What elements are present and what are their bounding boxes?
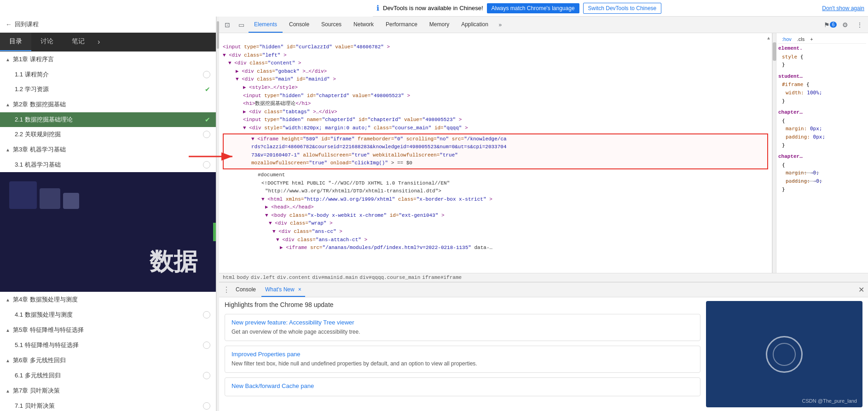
- dom-line: ▶ <style>…</style>: [221, 84, 770, 92]
- bc-iframe[interactable]: iframe#iframe: [422, 275, 462, 280]
- match-language-btn[interactable]: Always match Chrome's language: [487, 3, 579, 13]
- devtools-toolbar: ⊡ ▭ Elements Console Sources Network Per…: [219, 17, 868, 33]
- styles-cls-btn[interactable]: .cls: [795, 36, 807, 42]
- video-inner-circle: [773, 343, 796, 366]
- tab-sources[interactable]: Sources: [316, 17, 347, 33]
- drawer-video: CSDN @The_pure_land: [706, 301, 862, 407]
- iframe-line-4: mozallowfullscreen="true" onload="clickI…: [249, 159, 765, 168]
- chapter-4-header[interactable]: ▲ 第4章 数据预处理与测度: [0, 292, 216, 307]
- chapter-5-header[interactable]: ▲ 第5章 特征降维与特征选择: [0, 322, 216, 338]
- drawer-tab-console[interactable]: Console: [232, 283, 260, 297]
- issues-icon[interactable]: ⚑ 6: [824, 18, 837, 31]
- iframe-line-1[interactable]: ▼ <iframe height="589" id="iframe" frame…: [249, 135, 765, 144]
- lesson-7-1[interactable]: 7.1 贝叶斯决策: [0, 399, 216, 411]
- drawer-tab-whats-new[interactable]: What's New ×: [261, 283, 305, 297]
- dom-line: <input type="hidden" id="curClazzId" val…: [221, 43, 770, 52]
- style-rule-chapter2: chapter… { margin: →0; padding: →0; }: [778, 153, 866, 193]
- issues-badge: 6: [830, 22, 837, 28]
- notification-bar: ℹ DevTools is now available in Chinese! …: [373, 0, 868, 17]
- lesson-5-1[interactable]: 5.1 特征降维与特征选择: [0, 338, 216, 353]
- whats-new-close-btn[interactable]: ×: [298, 286, 301, 293]
- more-tabs-btn[interactable]: »: [495, 18, 506, 31]
- chapter-6-header[interactable]: ▲ 第6章 多元线性回归: [0, 353, 216, 368]
- drawer-content: Highlights from the Chrome 98 update New…: [219, 297, 868, 411]
- customize-icon[interactable]: ⋮: [853, 18, 866, 31]
- tab-notes[interactable]: 笔记: [63, 33, 94, 51]
- iframe-line-3: 73&v=20160407-1" allowfullscreen="true" …: [249, 151, 765, 160]
- iframe-highlight: ▼ <iframe height="589" id="iframe" frame…: [223, 133, 768, 169]
- chapter-list: ▲ 第1章 课程序言 1.1 课程简介 1.2 学习资源 ✔ ▲: [0, 52, 216, 411]
- info-icon: ℹ: [376, 4, 379, 12]
- dom-line: ▼ <div style="width:820px; margin:0 auto…: [221, 124, 770, 133]
- lesson-6-1[interactable]: 6.1 多元线性回归: [0, 368, 216, 383]
- tab-next-arrow[interactable]: ›: [94, 33, 104, 51]
- drawer-close-btn[interactable]: ✕: [858, 285, 864, 294]
- bc-div-left[interactable]: div.left: [251, 275, 275, 280]
- chapter-4-title: 第4章 数据预处理与测度: [13, 295, 78, 304]
- inspector-icon[interactable]: ⊡: [221, 18, 234, 31]
- tab-console[interactable]: Console: [284, 17, 315, 33]
- dom-line: "http://www.w3.org/TR/xhtml1/DTD/xhtml1-…: [221, 187, 770, 196]
- tab-memory[interactable]: Memory: [424, 17, 455, 33]
- preview-overlay[interactable]: [213, 223, 216, 241]
- lesson-2-2-status: [203, 131, 210, 138]
- bc-body[interactable]: body: [237, 275, 249, 280]
- lesson-2-1[interactable]: 2.1 数据挖掘基础理论 ✔: [0, 112, 216, 127]
- dom-scrollbar[interactable]: [772, 33, 776, 273]
- chapter-3-arrow: ▲: [6, 147, 10, 152]
- tab-application[interactable]: Application: [456, 17, 494, 33]
- dom-line: ▶ <div class="tabtags" >…</div>: [221, 108, 770, 116]
- bc-div-content[interactable]: div.content: [277, 275, 311, 280]
- dom-line: ▼ <div class="ans-attach-ct" >: [221, 236, 770, 244]
- chapter-1-header[interactable]: ▲ 第1章 课程序言: [0, 52, 216, 67]
- lesson-1-2-title: 1.2 学习资源: [15, 85, 49, 93]
- whats-new-card-1[interactable]: New preview feature: Accessibility Tree …: [225, 314, 700, 341]
- lesson-2-2[interactable]: 2.2 关联规则挖掘: [0, 127, 216, 142]
- lesson-5-1-title: 5.1 特征降维与特征选择: [15, 341, 79, 349]
- whats-new-card-2[interactable]: Improved Properties pane New filter text…: [225, 346, 700, 373]
- back-label[interactable]: 回到课程: [15, 20, 39, 29]
- lesson-1-1-status: [203, 71, 210, 78]
- tab-discuss[interactable]: 讨论: [31, 33, 63, 51]
- chapter-3-header[interactable]: ▲ 第3章 机器学习基础: [0, 142, 216, 157]
- devtools-panel: ⊡ ▭ Elements Console Sources Network Per…: [219, 17, 868, 411]
- settings-icon[interactable]: ⚙: [839, 18, 851, 31]
- lesson-1-1-title: 1.1 课程简介: [15, 70, 49, 79]
- tab-performance[interactable]: Performance: [380, 17, 423, 33]
- chapter-7-header[interactable]: ▲ 第7章 贝叶斯决策: [0, 383, 216, 399]
- lesson-4-1[interactable]: 4.1 数据预处理与测度: [0, 307, 216, 322]
- whats-new-card-3[interactable]: New Back/forward Cache pane: [225, 377, 700, 396]
- main-content: ← 回到课程 目录 讨论 笔记 › ▲ 第1章 课程序言: [0, 17, 868, 411]
- left-panel: ← 回到课程 目录 讨论 笔记 › ▲ 第1章 课程序言: [0, 17, 216, 411]
- tab-network[interactable]: Network: [348, 17, 379, 33]
- lesson-4-1-status: [203, 311, 210, 318]
- styles-panel: :hov .cls + element. style { }: [776, 33, 868, 273]
- dom-line: ▼ <body class="x-body x-webkit x-chrome"…: [221, 212, 770, 220]
- lesson-1-1[interactable]: 1.1 课程简介: [0, 67, 216, 82]
- bc-div-qqqq[interactable]: div#qqqq.course_main: [359, 275, 420, 280]
- chapter-6-title: 第6章 多元线性回归: [13, 356, 66, 365]
- chapter-6-arrow: ▲: [6, 358, 10, 363]
- lesson-4-1-title: 4.1 数据预处理与测度: [15, 311, 73, 319]
- chapter-1-title: 第1章 课程序言: [13, 55, 54, 64]
- lesson-7-1-title: 7.1 贝叶斯决策: [15, 402, 55, 410]
- styles-add-btn[interactable]: +: [808, 36, 815, 42]
- drawer-main: Highlights from the Chrome 98 update New…: [225, 301, 700, 407]
- lesson-3-1[interactable]: 3.1 机器学习基础: [0, 157, 216, 172]
- bc-div-mainid[interactable]: div#mainid.main: [312, 275, 358, 280]
- device-toolbar-icon[interactable]: ▭: [235, 18, 248, 31]
- chapter-2-header[interactable]: ▲ 第2章 数据挖掘基础: [0, 97, 216, 112]
- tab-toc[interactable]: 目录: [0, 33, 31, 51]
- dont-show-again[interactable]: Don't show again: [822, 5, 864, 12]
- dom-line: ▼ <html xmlns="http://www.w3.org/1999/xh…: [221, 196, 770, 204]
- chapter-3-title: 第3章 机器学习基础: [13, 145, 66, 154]
- switch-devtools-btn[interactable]: Switch DevTools to Chinese: [583, 3, 662, 14]
- styles-hov-btn[interactable]: :hov: [780, 36, 793, 42]
- chapter-7-title: 第7章 贝叶斯决策: [13, 387, 60, 395]
- dom-line: ▶ <head>…</head>: [221, 203, 770, 212]
- drawer-menu-icon[interactable]: ⋮: [223, 285, 230, 294]
- tab-elements[interactable]: Elements: [249, 17, 283, 33]
- dom-line: #document: [221, 171, 770, 179]
- lesson-1-2[interactable]: 1.2 学习资源 ✔: [0, 82, 216, 97]
- bc-html[interactable]: html: [223, 275, 235, 280]
